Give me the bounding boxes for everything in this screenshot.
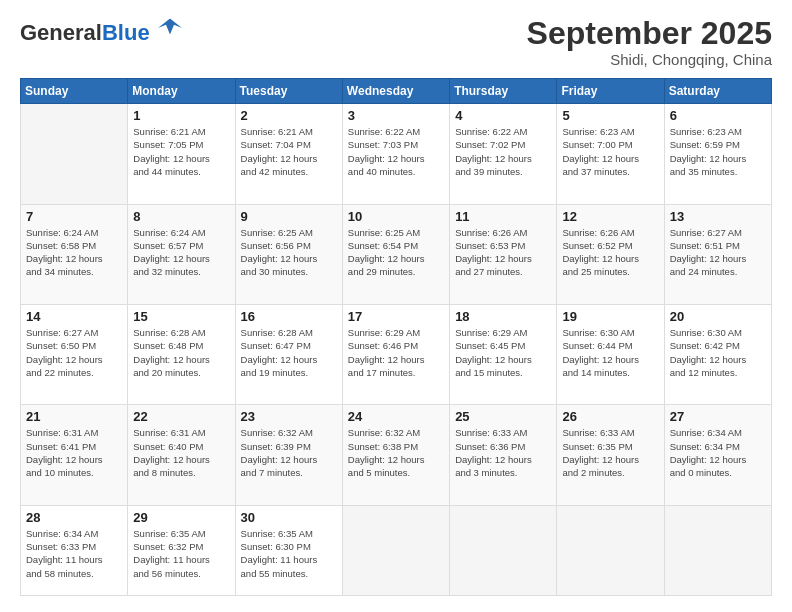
day-info: Sunrise: 6:22 AMSunset: 7:02 PMDaylight:… xyxy=(455,125,551,178)
day-number: 8 xyxy=(133,209,229,224)
table-row: 26Sunrise: 6:33 AMSunset: 6:35 PMDayligh… xyxy=(557,405,664,505)
logo-text: GeneralBlue xyxy=(20,16,182,45)
month-title: September 2025 xyxy=(527,16,772,51)
table-row: 9Sunrise: 6:25 AMSunset: 6:56 PMDaylight… xyxy=(235,204,342,304)
table-row xyxy=(342,505,449,595)
day-info: Sunrise: 6:34 AMSunset: 6:33 PMDaylight:… xyxy=(26,527,122,580)
table-row: 1Sunrise: 6:21 AMSunset: 7:05 PMDaylight… xyxy=(128,104,235,204)
day-number: 20 xyxy=(670,309,766,324)
header: GeneralBlue September 2025 Shidi, Chongq… xyxy=(20,16,772,68)
day-number: 11 xyxy=(455,209,551,224)
day-number: 21 xyxy=(26,409,122,424)
col-monday: Monday xyxy=(128,79,235,104)
day-info: Sunrise: 6:32 AMSunset: 6:39 PMDaylight:… xyxy=(241,426,337,479)
day-number: 15 xyxy=(133,309,229,324)
table-row: 12Sunrise: 6:26 AMSunset: 6:52 PMDayligh… xyxy=(557,204,664,304)
day-number: 4 xyxy=(455,108,551,123)
day-info: Sunrise: 6:29 AMSunset: 6:45 PMDaylight:… xyxy=(455,326,551,379)
day-number: 12 xyxy=(562,209,658,224)
table-row: 21Sunrise: 6:31 AMSunset: 6:41 PMDayligh… xyxy=(21,405,128,505)
table-row: 8Sunrise: 6:24 AMSunset: 6:57 PMDaylight… xyxy=(128,204,235,304)
day-info: Sunrise: 6:30 AMSunset: 6:42 PMDaylight:… xyxy=(670,326,766,379)
day-number: 24 xyxy=(348,409,444,424)
day-number: 10 xyxy=(348,209,444,224)
page: GeneralBlue September 2025 Shidi, Chongq… xyxy=(0,0,792,612)
table-row: 10Sunrise: 6:25 AMSunset: 6:54 PMDayligh… xyxy=(342,204,449,304)
table-row: 27Sunrise: 6:34 AMSunset: 6:34 PMDayligh… xyxy=(664,405,771,505)
table-row: 4Sunrise: 6:22 AMSunset: 7:02 PMDaylight… xyxy=(450,104,557,204)
day-info: Sunrise: 6:24 AMSunset: 6:58 PMDaylight:… xyxy=(26,226,122,279)
day-info: Sunrise: 6:30 AMSunset: 6:44 PMDaylight:… xyxy=(562,326,658,379)
day-number: 17 xyxy=(348,309,444,324)
table-row: 19Sunrise: 6:30 AMSunset: 6:44 PMDayligh… xyxy=(557,304,664,404)
day-info: Sunrise: 6:24 AMSunset: 6:57 PMDaylight:… xyxy=(133,226,229,279)
table-row: 3Sunrise: 6:22 AMSunset: 7:03 PMDaylight… xyxy=(342,104,449,204)
table-row: 30Sunrise: 6:35 AMSunset: 6:30 PMDayligh… xyxy=(235,505,342,595)
day-number: 23 xyxy=(241,409,337,424)
day-number: 3 xyxy=(348,108,444,123)
day-info: Sunrise: 6:27 AMSunset: 6:50 PMDaylight:… xyxy=(26,326,122,379)
table-row xyxy=(21,104,128,204)
day-number: 9 xyxy=(241,209,337,224)
day-info: Sunrise: 6:32 AMSunset: 6:38 PMDaylight:… xyxy=(348,426,444,479)
table-row: 16Sunrise: 6:28 AMSunset: 6:47 PMDayligh… xyxy=(235,304,342,404)
table-row: 7Sunrise: 6:24 AMSunset: 6:58 PMDaylight… xyxy=(21,204,128,304)
day-info: Sunrise: 6:23 AMSunset: 7:00 PMDaylight:… xyxy=(562,125,658,178)
day-number: 2 xyxy=(241,108,337,123)
table-row: 14Sunrise: 6:27 AMSunset: 6:50 PMDayligh… xyxy=(21,304,128,404)
logo-bird-icon xyxy=(158,16,182,40)
day-info: Sunrise: 6:31 AMSunset: 6:40 PMDaylight:… xyxy=(133,426,229,479)
svg-marker-0 xyxy=(158,18,182,34)
logo-general: General xyxy=(20,20,102,45)
col-wednesday: Wednesday xyxy=(342,79,449,104)
day-info: Sunrise: 6:33 AMSunset: 6:36 PMDaylight:… xyxy=(455,426,551,479)
table-row: 23Sunrise: 6:32 AMSunset: 6:39 PMDayligh… xyxy=(235,405,342,505)
day-info: Sunrise: 6:35 AMSunset: 6:30 PMDaylight:… xyxy=(241,527,337,580)
day-info: Sunrise: 6:28 AMSunset: 6:48 PMDaylight:… xyxy=(133,326,229,379)
table-row: 2Sunrise: 6:21 AMSunset: 7:04 PMDaylight… xyxy=(235,104,342,204)
day-info: Sunrise: 6:27 AMSunset: 6:51 PMDaylight:… xyxy=(670,226,766,279)
table-row: 24Sunrise: 6:32 AMSunset: 6:38 PMDayligh… xyxy=(342,405,449,505)
table-row: 6Sunrise: 6:23 AMSunset: 6:59 PMDaylight… xyxy=(664,104,771,204)
table-row xyxy=(664,505,771,595)
day-info: Sunrise: 6:25 AMSunset: 6:54 PMDaylight:… xyxy=(348,226,444,279)
day-number: 5 xyxy=(562,108,658,123)
day-info: Sunrise: 6:26 AMSunset: 6:52 PMDaylight:… xyxy=(562,226,658,279)
day-info: Sunrise: 6:31 AMSunset: 6:41 PMDaylight:… xyxy=(26,426,122,479)
day-info: Sunrise: 6:21 AMSunset: 7:04 PMDaylight:… xyxy=(241,125,337,178)
table-row: 11Sunrise: 6:26 AMSunset: 6:53 PMDayligh… xyxy=(450,204,557,304)
day-info: Sunrise: 6:28 AMSunset: 6:47 PMDaylight:… xyxy=(241,326,337,379)
day-number: 27 xyxy=(670,409,766,424)
logo: GeneralBlue xyxy=(20,16,182,45)
col-tuesday: Tuesday xyxy=(235,79,342,104)
table-row: 18Sunrise: 6:29 AMSunset: 6:45 PMDayligh… xyxy=(450,304,557,404)
table-row xyxy=(450,505,557,595)
table-row: 29Sunrise: 6:35 AMSunset: 6:32 PMDayligh… xyxy=(128,505,235,595)
day-info: Sunrise: 6:25 AMSunset: 6:56 PMDaylight:… xyxy=(241,226,337,279)
day-number: 28 xyxy=(26,510,122,525)
day-info: Sunrise: 6:29 AMSunset: 6:46 PMDaylight:… xyxy=(348,326,444,379)
day-number: 26 xyxy=(562,409,658,424)
table-row: 15Sunrise: 6:28 AMSunset: 6:48 PMDayligh… xyxy=(128,304,235,404)
day-number: 19 xyxy=(562,309,658,324)
day-number: 25 xyxy=(455,409,551,424)
table-row xyxy=(557,505,664,595)
day-number: 14 xyxy=(26,309,122,324)
table-row: 5Sunrise: 6:23 AMSunset: 7:00 PMDaylight… xyxy=(557,104,664,204)
location-subtitle: Shidi, Chongqing, China xyxy=(527,51,772,68)
col-sunday: Sunday xyxy=(21,79,128,104)
table-row: 22Sunrise: 6:31 AMSunset: 6:40 PMDayligh… xyxy=(128,405,235,505)
day-number: 6 xyxy=(670,108,766,123)
col-thursday: Thursday xyxy=(450,79,557,104)
table-row: 13Sunrise: 6:27 AMSunset: 6:51 PMDayligh… xyxy=(664,204,771,304)
day-info: Sunrise: 6:21 AMSunset: 7:05 PMDaylight:… xyxy=(133,125,229,178)
calendar-header-row: Sunday Monday Tuesday Wednesday Thursday… xyxy=(21,79,772,104)
day-number: 30 xyxy=(241,510,337,525)
day-info: Sunrise: 6:26 AMSunset: 6:53 PMDaylight:… xyxy=(455,226,551,279)
day-number: 1 xyxy=(133,108,229,123)
day-info: Sunrise: 6:33 AMSunset: 6:35 PMDaylight:… xyxy=(562,426,658,479)
table-row: 17Sunrise: 6:29 AMSunset: 6:46 PMDayligh… xyxy=(342,304,449,404)
day-info: Sunrise: 6:23 AMSunset: 6:59 PMDaylight:… xyxy=(670,125,766,178)
day-number: 22 xyxy=(133,409,229,424)
table-row: 20Sunrise: 6:30 AMSunset: 6:42 PMDayligh… xyxy=(664,304,771,404)
